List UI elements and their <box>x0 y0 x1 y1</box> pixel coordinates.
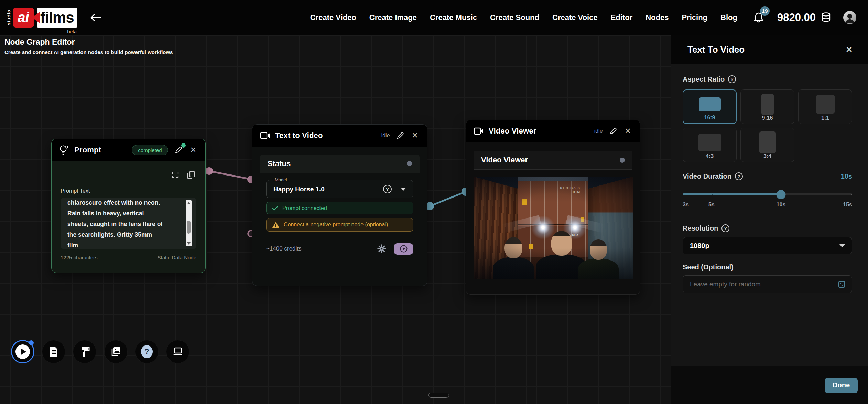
aspect-ratio-help-icon[interactable]: ? <box>728 75 736 83</box>
panel-close-button[interactable]: ✕ <box>845 44 853 55</box>
dice-icon[interactable] <box>838 281 845 288</box>
video-preview[interactable]: REOIGA S BIM 62NR <box>474 177 633 279</box>
scroll-up-arrow-icon[interactable] <box>187 202 191 204</box>
text-to-video-panel: Text To Video ✕ Aspect Ratio ? 16:9 9:16 <box>671 35 868 404</box>
nav-link-editor[interactable]: Editor <box>611 13 633 22</box>
video-viewer-node[interactable]: Video Viewer idle ✕ Video Viewer <box>466 120 640 295</box>
model-select[interactable]: Model Happy Horse 1.0 ? <box>266 180 413 198</box>
pencil-icon <box>609 127 617 135</box>
slider-end-dot <box>851 194 852 195</box>
port-prompt-output[interactable] <box>205 167 213 175</box>
expand-icon <box>172 171 179 179</box>
nav-link-pricing[interactable]: Pricing <box>682 13 707 22</box>
nav-link-create-sound[interactable]: Create Sound <box>490 13 539 22</box>
ttv-status-section: Status <box>260 155 420 173</box>
ttv-edit-button[interactable] <box>395 130 406 141</box>
scrollbar-thumb[interactable] <box>187 221 191 234</box>
aspect-option-16-9[interactable]: 16:9 <box>683 89 737 124</box>
pencil-icon <box>174 146 183 154</box>
edge-prompt-to-ttv[interactable] <box>209 171 251 179</box>
edge-ttv-to-viewer[interactable] <box>430 192 466 206</box>
tick-5s: 5s <box>708 202 715 208</box>
tick-10s: 10s <box>777 202 786 208</box>
resolution-help-icon[interactable]: ? <box>721 224 729 232</box>
laptop-icon <box>172 347 183 357</box>
ttv-node-header[interactable]: Text to Video idle ✕ <box>252 125 427 147</box>
brand-logo[interactable]: studio ai films beta <box>6 7 77 29</box>
nav-link-create-music[interactable]: Create Music <box>430 13 477 22</box>
toolbar-help-button[interactable]: ? <box>135 340 159 363</box>
back-arrow-icon <box>90 13 101 22</box>
viewer-edit-button[interactable] <box>608 126 619 137</box>
video-duration-row: Video Duration ? 10s <box>683 172 852 180</box>
document-icon <box>49 346 58 357</box>
ttv-status-dot <box>407 161 412 166</box>
aspect-option-3-4[interactable]: 3:4 <box>740 128 794 162</box>
prompt-node[interactable]: Prompt completed ✕ <box>51 139 206 273</box>
ttv-node-status: idle <box>381 132 390 139</box>
back-button[interactable] <box>90 13 101 22</box>
ttv-credits-estimate: ~1400 credits <box>266 245 302 252</box>
prompt-close-button[interactable]: ✕ <box>189 144 198 156</box>
prompt-toolbar <box>61 169 196 180</box>
user-avatar[interactable] <box>843 11 856 24</box>
ttv-settings-button[interactable] <box>376 243 388 255</box>
logo-films-box: films <box>37 8 77 28</box>
credits-coins-icon <box>821 12 832 23</box>
ttv-run-button[interactable] <box>394 243 413 255</box>
prompt-text-content: chiaroscuro effect with no neon. Rain fa… <box>67 198 189 249</box>
aspect-option-9-16[interactable]: 9:16 <box>740 89 794 124</box>
model-help-icon[interactable]: ? <box>383 185 392 193</box>
prompt-textarea[interactable]: chiaroscuro effect with no neon. Rain fa… <box>61 198 196 249</box>
help-icon: ? <box>141 345 153 358</box>
negative-prompt-warning-text: Connect a negative prompt node (optional… <box>284 222 388 228</box>
scroll-down-arrow-icon[interactable] <box>187 242 191 245</box>
prompt-edit-button[interactable] <box>173 145 184 156</box>
toolbar-display-button[interactable] <box>166 340 189 363</box>
toolbar-paint-button[interactable] <box>73 340 96 363</box>
prompt-status-badge: completed <box>132 145 168 155</box>
canvas-handle[interactable] <box>428 393 449 398</box>
video-camera-icon <box>474 127 484 135</box>
model-select-label: Model <box>273 177 289 182</box>
viewer-node-header[interactable]: Video Viewer idle ✕ <box>466 120 640 142</box>
active-indicator-dot <box>29 340 34 345</box>
seed-input[interactable]: Leave empty for random <box>683 275 852 293</box>
toolbar-gallery-button[interactable] <box>104 340 128 363</box>
done-button[interactable]: Done <box>825 378 858 393</box>
warning-icon <box>272 222 280 228</box>
prompt-node-header[interactable]: Prompt completed ✕ <box>52 139 205 161</box>
nav-links: Create Video Create Image Create Music C… <box>310 13 737 22</box>
aspect-ratio-label: Aspect Ratio <box>683 75 725 83</box>
navbar: studio ai films beta Create Video Create… <box>0 0 868 35</box>
viewer-close-button[interactable]: ✕ <box>623 125 632 137</box>
slider-handle[interactable] <box>776 190 785 199</box>
duration-slider[interactable] <box>683 190 852 199</box>
node-graph-canvas[interactable]: Node Graph Editor Create and connect AI … <box>0 35 671 404</box>
slider-fill <box>683 193 781 195</box>
tick-3s: 3s <box>683 202 689 208</box>
resolution-select[interactable]: 1080p <box>683 237 852 254</box>
ttv-close-button[interactable]: ✕ <box>411 130 420 141</box>
textarea-scrollbar[interactable] <box>186 200 192 246</box>
page-header: Node Graph Editor Create and connect AI … <box>4 38 173 55</box>
nav-link-create-voice[interactable]: Create Voice <box>552 13 598 22</box>
resolution-label: Resolution <box>683 224 718 232</box>
nav-link-create-image[interactable]: Create Image <box>369 13 417 22</box>
nav-link-blog[interactable]: Blog <box>720 13 737 22</box>
paint-roller-icon <box>79 346 90 357</box>
notifications-button[interactable]: 19 <box>753 12 764 23</box>
credits-display[interactable]: 9820.00 <box>777 11 832 24</box>
prompt-copy-button[interactable] <box>186 169 196 180</box>
aspect-option-4-3[interactable]: 4:3 <box>683 128 737 162</box>
text-to-video-node[interactable]: Text to Video idle ✕ Status <box>252 124 427 286</box>
prompt-expand-button[interactable] <box>170 169 181 180</box>
aspect-option-1-1[interactable]: 1:1 <box>798 89 852 124</box>
nav-link-nodes[interactable]: Nodes <box>645 13 669 22</box>
ttv-footer: ~1400 credits <box>266 243 413 255</box>
negative-prompt-warning: Connect a negative prompt node (optional… <box>266 218 413 232</box>
video-duration-help-icon[interactable]: ? <box>735 172 743 180</box>
toolbar-workflows-button[interactable] <box>11 340 34 363</box>
nav-link-create-video[interactable]: Create Video <box>310 13 356 22</box>
toolbar-document-button[interactable] <box>42 340 65 363</box>
